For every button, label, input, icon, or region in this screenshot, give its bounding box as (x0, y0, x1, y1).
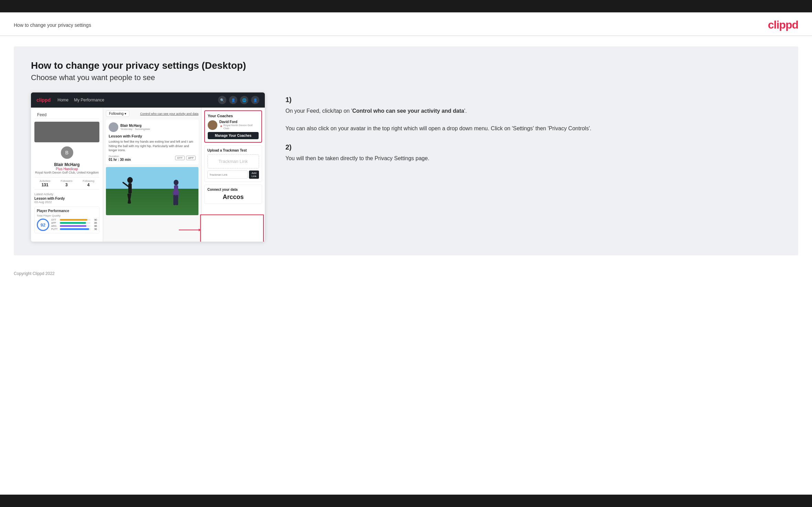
tag-ott: OTT (175, 156, 185, 160)
top-bar (0, 0, 812, 12)
profile-name: Blair McHarg (34, 162, 99, 167)
app-screenshot-inner: clippd Home My Performance 🔍 👤 🌐 👤 (31, 92, 265, 242)
bar-ott: OTT 90 (51, 219, 97, 221)
main-content: How to change your privacy settings (Des… (14, 46, 798, 255)
bar-app-fill (60, 222, 86, 224)
instruction-2-text: You will then be taken directly to the P… (285, 154, 781, 163)
trackman-input-row: Add Link (207, 170, 259, 179)
following-label: Following (109, 112, 123, 115)
globe-icon[interactable]: 🌐 (240, 96, 248, 104)
card-desc: Looking to feel like my hands are exitin… (109, 140, 196, 153)
tag-app: APP (186, 156, 196, 160)
upload-section: Upload a Trackman Test Trackman Link Add… (204, 145, 262, 182)
bar-ott-value: 90 (91, 219, 97, 221)
coach-avatar (208, 120, 217, 130)
instruction-1-num: 1) (285, 96, 781, 104)
trackman-input[interactable] (207, 170, 248, 179)
card-user-avatar (109, 122, 118, 132)
bar-putt-label: PUTT (51, 228, 59, 230)
bar-ott-fill (60, 219, 87, 221)
tpq-circle: 92 (37, 219, 49, 231)
instruction-1-text: On your Feed, click/tap on 'Control who … (285, 107, 781, 133)
card-image (106, 167, 198, 215)
tpq-label: Total Player Quality (37, 214, 97, 217)
avatar-icon[interactable]: 👤 (251, 96, 259, 104)
svg-point-5 (174, 180, 178, 185)
latest-date: 03 Aug 2022 (34, 200, 99, 204)
stat-activities: Activities 131 (40, 179, 51, 187)
nav-items: Home My Performance (57, 98, 104, 102)
player-performance-section: Player Performance Total Player Quality … (34, 207, 99, 233)
coach-info: David Ford 📍 Royal North Devon Golf Club (219, 120, 259, 130)
content-columns: clippd Home My Performance 🔍 👤 🌐 👤 (31, 92, 781, 242)
trackman-placeholder: Trackman Link (207, 154, 259, 168)
upload-title: Upload a Trackman Test (207, 148, 259, 152)
instructions-column: 1) On your Feed, click/tap on 'Control w… (279, 92, 781, 173)
latest-activity-section: Latest Activity Lesson with Fordy 03 Aug… (34, 192, 99, 204)
app-nav: clippd Home My Performance 🔍 👤 🌐 👤 (31, 92, 265, 108)
add-link-button[interactable]: Add Link (249, 170, 259, 179)
nav-my-performance[interactable]: My Performance (74, 98, 104, 102)
stat-activities-label: Activities (40, 179, 51, 183)
connect-title: Connect your data (207, 188, 259, 191)
stat-followers-value: 3 (61, 183, 72, 187)
chevron-down-icon: ▾ (124, 112, 126, 115)
site-footer: Copyright Clippd 2022 (0, 266, 812, 282)
card-user-info: Blair McHarg Yesterday · Sunningdale (120, 124, 150, 131)
bar-app-label: APP (51, 222, 59, 224)
following-header: Following ▾ Control who can see your act… (106, 110, 198, 117)
search-icon[interactable]: 🔍 (218, 96, 226, 104)
left-panel: Feed B Blair McHarg Plus Handicap Royal … (31, 108, 103, 242)
duration-label: Duration (109, 155, 131, 158)
duration-row: Duration 01 hr : 30 min OTT APP (109, 155, 196, 162)
instruction-2: 2) You will then be taken directly to th… (285, 143, 781, 163)
card-user-row: Blair McHarg Yesterday · Sunningdale (109, 122, 196, 132)
svg-rect-9 (173, 195, 176, 205)
app-screenshot: clippd Home My Performance 🔍 👤 🌐 👤 (31, 92, 265, 242)
feed-tab[interactable]: Feed (34, 111, 99, 119)
connect-section: Connect your data Arccos (204, 185, 262, 204)
user-icon[interactable]: 👤 (229, 96, 237, 104)
bar-ott-label: OTT (51, 219, 59, 221)
bar-arg-label: ARG (51, 225, 59, 227)
tag-row: OTT APP (175, 156, 196, 160)
profile-banner (34, 122, 99, 142)
instruction-1-main: On your Feed, click/tap on 'Control who … (285, 108, 467, 114)
following-button[interactable]: Following ▾ (106, 110, 129, 117)
bottom-bar (0, 495, 812, 507)
manage-coaches-button[interactable]: Manage Your Coaches (208, 132, 259, 139)
clippd-logo[interactable]: clippd (768, 19, 798, 31)
stat-following-label: Following (83, 179, 94, 183)
tpq-row: 92 OTT 90 (37, 219, 97, 231)
bar-app: APP 85 (51, 222, 97, 224)
page-subtitle: Choose what you want people to see (31, 73, 781, 82)
control-link[interactable]: Control who can see your activity and da… (140, 112, 198, 115)
nav-icons: 🔍 👤 🌐 👤 (218, 96, 259, 104)
golf-scene (106, 167, 198, 215)
profile-club: Royal North Devon Golf Club, United King… (34, 171, 99, 174)
coaches-title: Your Coaches (208, 114, 259, 118)
card-user-sub: Yesterday · Sunningdale (120, 128, 150, 131)
card-title: Lesson with Fordy (109, 134, 196, 138)
duration-value: 01 hr : 30 min (109, 158, 131, 162)
coach-name: David Ford (219, 120, 259, 124)
middle-panel: Following ▾ Control who can see your act… (103, 108, 201, 242)
bar-arg-track (60, 225, 90, 227)
profile-handicap: Plus Handicap (34, 167, 99, 171)
feed-card: Blair McHarg Yesterday · Sunningdale Les… (106, 120, 198, 164)
copyright-text: Copyright Clippd 2022 (14, 271, 55, 276)
page-title: How to change your privacy settings (Des… (31, 60, 781, 71)
profile-info: Blair McHarg Plus Handicap Royal North D… (34, 161, 99, 177)
duration-section: Duration 01 hr : 30 min (109, 155, 131, 162)
stat-following-value: 4 (83, 183, 94, 187)
breadcrumb: How to change your privacy settings (14, 22, 91, 28)
instruction-1-extra: You can also click on your avatar in the… (285, 125, 591, 131)
bar-arg-value: 86 (91, 225, 97, 227)
latest-activity-title: Lesson with Fordy (34, 197, 99, 200)
stat-activities-value: 131 (40, 183, 51, 187)
bar-arg: ARG 86 (51, 225, 97, 227)
stat-following: Following 4 (83, 179, 94, 187)
bar-putt-value: 96 (91, 228, 97, 230)
coach-row: David Ford 📍 Royal North Devon Golf Club (208, 120, 259, 130)
nav-home[interactable]: Home (57, 98, 68, 102)
